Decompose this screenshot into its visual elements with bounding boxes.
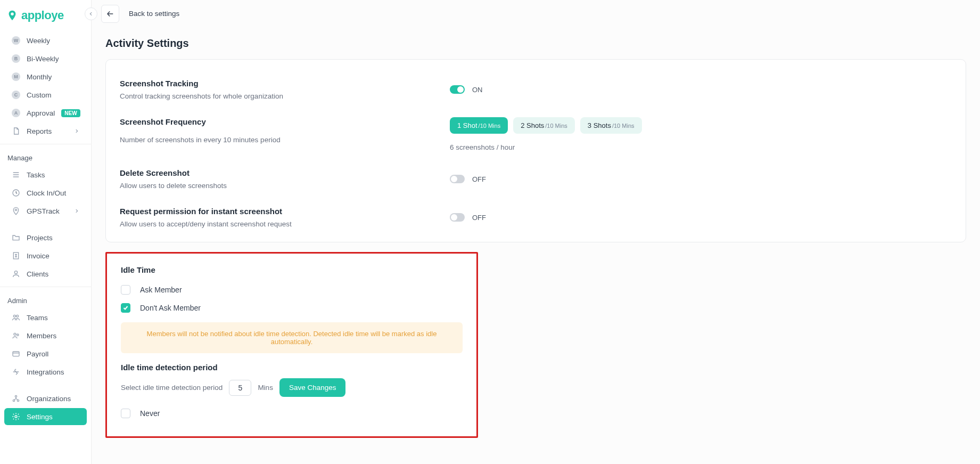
screenshots-per-hour: 6 screenshots / hour bbox=[450, 143, 515, 151]
sidebar: apploye W Weekly B Bi-Weekly M Monthly C… bbox=[0, 0, 92, 464]
circle-letter-icon: C bbox=[12, 91, 20, 99]
sidebar-heading-admin: Admin bbox=[0, 291, 91, 308]
circle-letter-icon: B bbox=[12, 54, 20, 63]
delete-screenshot-toggle[interactable] bbox=[450, 175, 465, 183]
chevron-right-icon bbox=[74, 128, 79, 134]
brand-name: apploye bbox=[21, 9, 64, 22]
sidebar-item-projects[interactable]: Projects bbox=[4, 229, 87, 246]
never-label: Never bbox=[140, 409, 160, 418]
folder-icon bbox=[12, 233, 20, 242]
delete-screenshot-title: Delete Screenshot bbox=[120, 168, 429, 177]
sidebar-item-label: Custom bbox=[27, 91, 52, 99]
svg-point-1 bbox=[15, 209, 17, 210]
brand-logo: apploye bbox=[0, 5, 91, 31]
idle-unit: Mins bbox=[258, 384, 273, 392]
sidebar-item-label: Monthly bbox=[27, 73, 52, 81]
sidebar-item-organizations[interactable]: Organizations bbox=[4, 390, 87, 407]
sidebar-item-label: Members bbox=[27, 332, 56, 340]
location-icon bbox=[12, 207, 20, 215]
wallet-icon bbox=[12, 349, 20, 358]
sidebar-item-label: Settings bbox=[27, 413, 53, 421]
svg-rect-8 bbox=[13, 352, 19, 356]
brand-mark-icon bbox=[6, 10, 18, 21]
sidebar-item-label: Clients bbox=[27, 270, 48, 278]
sidebar-item-label: Bi-Weekly bbox=[27, 55, 59, 63]
svg-point-5 bbox=[17, 315, 19, 317]
new-badge: NEW bbox=[61, 109, 80, 117]
sidebar-item-tasks[interactable]: Tasks bbox=[4, 166, 87, 183]
sidebar-item-payroll[interactable]: Payroll bbox=[4, 345, 87, 362]
sidebar-item-monthly[interactable]: M Monthly bbox=[4, 68, 87, 85]
sidebar-item-label: Invoice bbox=[27, 252, 50, 260]
page-title: Activity Settings bbox=[105, 37, 966, 50]
sidebar-item-members[interactable]: Members bbox=[4, 327, 87, 344]
integration-icon bbox=[12, 368, 20, 376]
dont-ask-member-checkbox[interactable] bbox=[121, 303, 130, 313]
instant-screenshot-sub: Allow users to accept/deny instant scree… bbox=[120, 220, 429, 228]
sidebar-item-label: Weekly bbox=[27, 37, 50, 45]
instant-screenshot-toggle[interactable] bbox=[450, 213, 465, 222]
freq-option-3shots[interactable]: 3 Shots/10 Mins bbox=[580, 117, 642, 134]
ask-member-label: Ask Member bbox=[140, 286, 182, 294]
sidebar-item-custom[interactable]: C Custom bbox=[4, 86, 87, 103]
sidebar-item-clients[interactable]: Clients bbox=[4, 265, 87, 282]
sidebar-collapse-button[interactable] bbox=[85, 7, 97, 20]
idle-detection-title: Idle time detection period bbox=[121, 363, 463, 372]
save-changes-button[interactable]: Save Changes bbox=[279, 378, 346, 397]
sidebar-item-approval[interactable]: A Approval NEW bbox=[4, 104, 87, 121]
screenshot-frequency-title: Screenshot Frequency bbox=[120, 117, 429, 126]
sidebar-item-teams[interactable]: Teams bbox=[4, 309, 87, 326]
sidebar-item-label: Clock In/Out bbox=[27, 189, 66, 197]
sidebar-item-label: GPSTrack bbox=[27, 207, 60, 215]
sidebar-item-label: Teams bbox=[27, 314, 48, 322]
screenshot-tracking-sub: Control tracking screenshots for whole o… bbox=[120, 92, 429, 100]
sidebar-item-label: Projects bbox=[27, 234, 53, 242]
circle-letter-icon: A bbox=[12, 109, 20, 117]
sidebar-heading-manage: Manage bbox=[0, 149, 91, 165]
team-icon bbox=[12, 313, 20, 322]
back-button[interactable] bbox=[101, 5, 119, 23]
toggle-state-label: OFF bbox=[472, 175, 486, 183]
screenshot-tracking-toggle[interactable] bbox=[450, 85, 465, 94]
delete-screenshot-sub: Allow users to delete screenshots bbox=[120, 182, 429, 190]
svg-point-3 bbox=[14, 271, 17, 274]
chevron-right-icon bbox=[74, 208, 79, 214]
members-icon bbox=[12, 331, 20, 340]
toggle-state-label: OFF bbox=[472, 214, 486, 222]
screenshot-frequency-sub: Number of screenshots in every 10 minute… bbox=[120, 136, 429, 144]
back-label: Back to settings bbox=[129, 10, 179, 18]
file-icon bbox=[12, 127, 20, 135]
sidebar-item-label: Tasks bbox=[27, 171, 45, 179]
gear-icon bbox=[12, 412, 20, 421]
sidebar-item-label: Payroll bbox=[27, 350, 48, 358]
sidebar-item-reports[interactable]: Reports bbox=[4, 123, 87, 140]
sidebar-item-settings[interactable]: Settings bbox=[4, 408, 87, 425]
svg-point-6 bbox=[14, 333, 16, 335]
org-icon bbox=[12, 394, 20, 403]
freq-option-1shot[interactable]: 1 Shot/10 Mins bbox=[450, 117, 508, 134]
sidebar-item-gpstrack[interactable]: GPSTrack bbox=[4, 202, 87, 219]
svg-point-9 bbox=[15, 395, 17, 397]
idle-minutes-input[interactable] bbox=[229, 380, 251, 396]
sidebar-item-biweekly[interactable]: B Bi-Weekly bbox=[4, 50, 87, 67]
sidebar-item-label: Reports bbox=[27, 127, 52, 135]
never-checkbox[interactable] bbox=[121, 409, 130, 418]
idle-time-title: Idle Time bbox=[121, 265, 463, 274]
ask-member-checkbox[interactable] bbox=[121, 285, 130, 295]
sidebar-item-weekly[interactable]: W Weekly bbox=[4, 32, 87, 49]
sidebar-item-clock[interactable]: Clock In/Out bbox=[4, 184, 87, 201]
freq-option-2shots[interactable]: 2 Shots/10 Mins bbox=[513, 117, 575, 134]
screenshot-tracking-title: Screenshot Tracking bbox=[120, 79, 429, 88]
sidebar-item-label: Integrations bbox=[27, 368, 64, 376]
svg-point-7 bbox=[17, 334, 19, 336]
instant-screenshot-title: Request permission for instant screensho… bbox=[120, 207, 429, 216]
sidebar-item-label: Approval bbox=[27, 109, 55, 117]
activity-card: Screenshot Tracking Control tracking scr… bbox=[105, 59, 966, 242]
clock-icon bbox=[12, 189, 20, 197]
topbar: Back to settings bbox=[92, 0, 980, 28]
invoice-icon bbox=[12, 251, 20, 260]
sidebar-item-integrations[interactable]: Integrations bbox=[4, 363, 87, 380]
user-icon bbox=[12, 270, 20, 278]
sidebar-item-invoice[interactable]: Invoice bbox=[4, 247, 87, 264]
idle-time-card: Idle Time Ask Member Don't Ask Member Me… bbox=[105, 252, 478, 438]
